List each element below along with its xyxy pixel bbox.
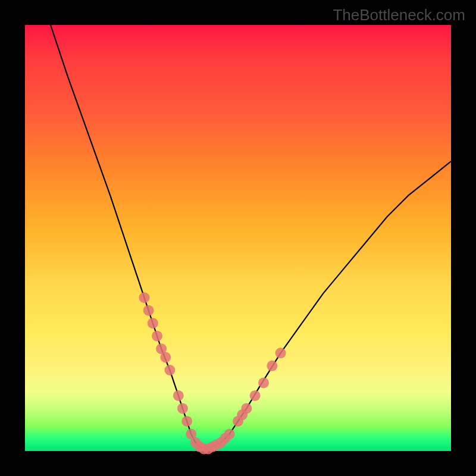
dot bbox=[181, 416, 192, 427]
watermark-text: TheBottleneck.com bbox=[333, 6, 465, 24]
dot bbox=[164, 365, 175, 375]
dot bbox=[250, 390, 261, 401]
highlight-dots bbox=[139, 292, 286, 454]
dot bbox=[267, 361, 277, 371]
dot bbox=[177, 403, 188, 414]
curve-layer bbox=[25, 25, 451, 451]
dot bbox=[241, 403, 252, 414]
chart-frame: TheBottleneck.com bbox=[0, 0, 476, 476]
dot bbox=[258, 377, 269, 388]
dot bbox=[148, 318, 158, 328]
dot bbox=[143, 305, 154, 316]
dot bbox=[139, 292, 150, 303]
dot bbox=[160, 352, 171, 363]
plot-area bbox=[25, 25, 451, 451]
dot bbox=[224, 428, 235, 439]
bottleneck-curve bbox=[51, 25, 451, 449]
dot bbox=[275, 347, 286, 358]
dot bbox=[152, 331, 162, 342]
dot bbox=[173, 390, 184, 401]
